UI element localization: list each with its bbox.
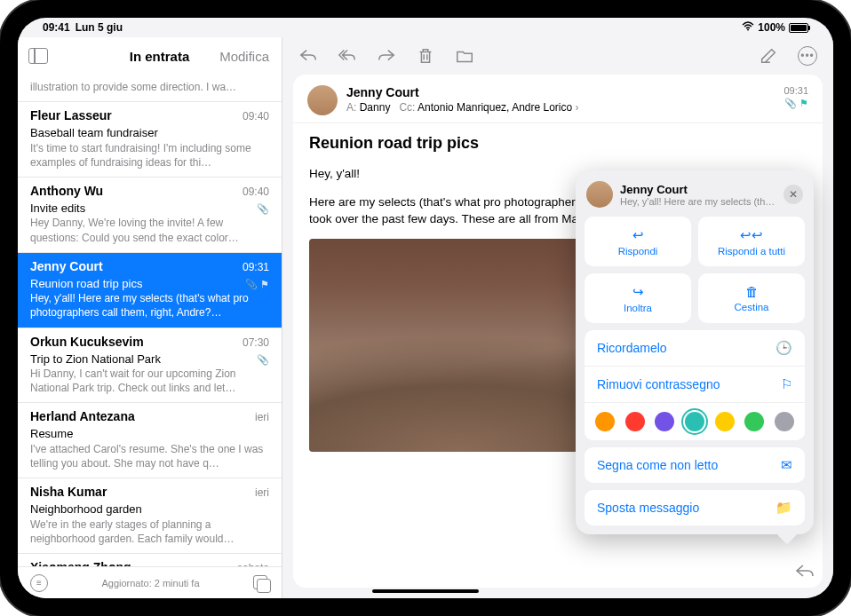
reply-icon: ↩︎ — [632, 227, 644, 243]
list-subject: Invite edits — [30, 201, 85, 217]
list-subject: Reunion road trip pics — [30, 276, 142, 292]
flag-color-5[interactable] — [744, 412, 764, 431]
to-label: A: — [346, 101, 356, 114]
to-value[interactable]: Danny — [360, 101, 391, 114]
status-date: Lun 5 giu — [76, 21, 123, 34]
flag-icon: ⚑ — [260, 279, 269, 289]
message-list[interactable]: illustration to provide some direction. … — [18, 75, 282, 566]
forward-icon[interactable] — [377, 46, 396, 66]
message-row[interactable]: Anthony Wu09:40Invite edits📎Hey Danny, W… — [18, 178, 282, 253]
flag-color-0[interactable] — [595, 412, 615, 431]
list-sender: Jenny Court — [30, 258, 103, 275]
list-subject: Baseball team fundraiser — [30, 125, 158, 141]
list-sender: Xiaomeng Zhong — [30, 559, 131, 566]
status-bar: 09:41 Lun 5 giu 100% — [18, 18, 833, 37]
forward-icon: ↪︎ — [632, 284, 644, 300]
compose-icon[interactable] — [759, 46, 778, 66]
cc-label: Cc: — [399, 101, 415, 114]
list-subject: Resume — [30, 426, 73, 442]
list-time: 09:40 — [243, 185, 269, 199]
reply-button[interactable]: ↩︎Rispondi — [585, 217, 691, 266]
clock-icon: 🕒 — [775, 340, 792, 356]
list-sender: Orkun Kucuksevim — [30, 334, 144, 351]
mark-unread-button[interactable]: Segna come non letto✉︎ — [585, 447, 805, 483]
edit-button[interactable]: Modifica — [219, 49, 269, 64]
message-row[interactable]: Herland AntezanaieriResumeI've attached … — [18, 403, 282, 478]
list-preview: It's time to start fundraising! I'm incl… — [30, 141, 269, 170]
message-row[interactable]: illustration to provide some direction. … — [18, 75, 282, 102]
sender-avatar[interactable] — [307, 85, 338, 115]
list-preview: Hey, y'all! Here are my selects (that's … — [30, 291, 269, 320]
remove-flag-button[interactable]: Rimuovi contrassegno⚐ — [585, 367, 805, 403]
trash-icon[interactable] — [416, 46, 435, 66]
reply-icon[interactable] — [298, 46, 318, 66]
status-time: 09:41 — [43, 21, 70, 34]
flag-icon: ⚑ — [799, 98, 808, 108]
reply-all-icon: ↩︎↩︎ — [740, 227, 763, 243]
folder-icon: 📁 — [775, 500, 792, 516]
list-sender: Herland Antezana — [30, 408, 135, 425]
list-sender: Anthony Wu — [30, 183, 103, 200]
message-row[interactable]: Nisha KumarieriNeighborhood gardenWe're … — [18, 478, 282, 554]
message-row[interactable]: Fleur Lasseur09:40Baseball team fundrais… — [18, 102, 282, 178]
list-time: 07:30 — [243, 336, 269, 350]
mailboxes-button[interactable] — [253, 575, 269, 591]
attachment-icon: 📎 — [257, 354, 269, 365]
envelope-icon: ✉︎ — [781, 457, 792, 473]
message-detail-pane: ••• Jenny Court A: Danny Cc: Antonio Man… — [282, 37, 833, 598]
flag-color-2[interactable] — [655, 412, 674, 431]
move-icon[interactable] — [455, 46, 474, 66]
home-indicator[interactable] — [372, 589, 479, 593]
list-preview: I've attached Carol's resume. She's the … — [30, 442, 269, 470]
detail-from[interactable]: Jenny Court — [346, 85, 775, 99]
list-time: ieri — [255, 486, 269, 500]
detail-time: 09:31 — [783, 85, 808, 96]
trash-icon: 🗑 — [745, 284, 759, 299]
list-sender: Fleur Lasseur — [30, 107, 112, 124]
close-icon[interactable]: ✕ — [783, 185, 803, 204]
list-time: ieri — [255, 410, 269, 424]
detail-toolbar: ••• — [282, 37, 833, 75]
reply-all-icon[interactable] — [338, 46, 357, 66]
forward-button[interactable]: ↪︎Inoltra — [585, 273, 691, 323]
list-sender: Nisha Kumar — [30, 484, 107, 501]
list-preview: We're in the early stages of planning a … — [30, 517, 269, 546]
svg-point-0 — [747, 29, 749, 31]
remind-me-button[interactable]: Ricordamelo🕒 — [585, 330, 805, 367]
list-time: 09:31 — [243, 260, 269, 274]
list-time: 09:40 — [243, 109, 269, 123]
list-subject: Trip to Zion National Park — [30, 351, 161, 367]
unflag-icon: ⚐ — [781, 376, 792, 392]
detail-subject: Reunion road trip pics — [309, 134, 807, 153]
attachment-icon: 📎 — [257, 203, 269, 214]
battery-pct: 100% — [758, 21, 785, 34]
popover-preview: Hey, y'all! Here are my selects (that's… — [620, 196, 776, 207]
trash-button[interactable]: 🗑Cestina — [698, 273, 805, 323]
message-row[interactable]: Orkun Kucuksevim07:30Trip to Zion Nation… — [18, 328, 282, 404]
more-icon[interactable]: ••• — [798, 46, 817, 66]
reply-all-button[interactable]: ↩︎↩︎Rispondi a tutti — [698, 217, 805, 266]
wifi-icon — [742, 21, 754, 34]
flag-color-6[interactable] — [775, 412, 794, 431]
flag-color-3[interactable] — [685, 412, 704, 431]
cc-value[interactable]: Antonio Manriquez, Andre Lorico — [418, 101, 572, 114]
flag-color-row — [585, 403, 805, 440]
list-preview: illustration to provide some direction. … — [30, 80, 269, 94]
message-list-pane: In entrata Modifica illustration to prov… — [18, 37, 282, 598]
list-subject: Neighborhood garden — [30, 501, 142, 517]
popover-avatar — [586, 181, 613, 208]
attachment-icon: 📎 — [245, 279, 258, 289]
list-preview: Hi Danny, I can't wait for our upcoming … — [30, 367, 269, 395]
list-preview: Hey Danny, We're loving the invite! A fe… — [30, 216, 269, 244]
sidebar-toggle-icon[interactable] — [28, 48, 48, 64]
battery-icon — [789, 23, 808, 33]
flag-color-1[interactable] — [625, 412, 645, 431]
sync-status: Aggiornato: 2 minuti fa — [101, 578, 199, 588]
message-row[interactable]: Xiaomeng ZhongsabatoPark Photos📎Hi Danny… — [18, 554, 282, 566]
message-row[interactable]: Jenny Court09:31Reunion road trip pics📎⚑… — [18, 253, 282, 328]
filter-button[interactable]: ≡ — [30, 574, 48, 592]
flag-color-4[interactable] — [715, 412, 735, 431]
move-message-button[interactable]: Sposta messaggio📁 — [585, 490, 805, 525]
reply-fab-icon[interactable] — [794, 561, 815, 586]
attachment-icon: 📎 — [784, 98, 797, 108]
